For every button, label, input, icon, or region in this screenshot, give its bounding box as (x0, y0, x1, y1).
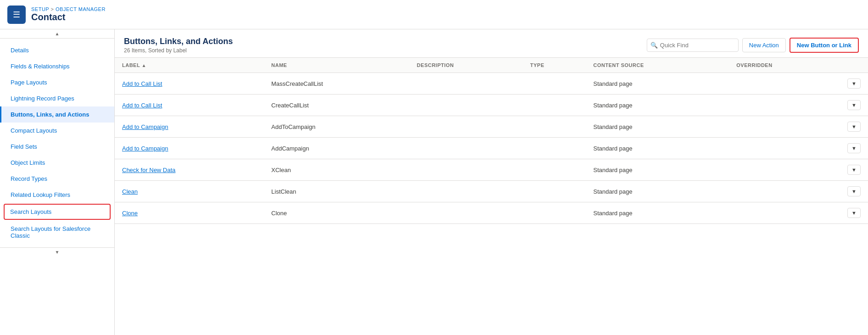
row-type (523, 95, 586, 116)
sidebar-scroll-up-button[interactable]: ▲ (0, 29, 114, 39)
sidebar-item-details[interactable]: Details (0, 42, 114, 58)
label-link[interactable]: Clean (122, 188, 138, 195)
row-content-source: Standard page (586, 181, 729, 202)
row-label: Add to Call List (115, 95, 264, 116)
new-action-button[interactable]: New Action (742, 38, 786, 52)
sidebar-item-page-layouts[interactable]: Page Layouts (0, 74, 114, 90)
row-content-source: Standard page (586, 138, 729, 159)
label-link[interactable]: Clone (122, 210, 138, 217)
sidebar-item-field-sets[interactable]: Field Sets (0, 139, 114, 155)
col-header-type: TYPE (523, 58, 586, 73)
page-title: Contact (31, 12, 106, 22)
row-label: Clone (115, 202, 264, 224)
table-row: Clean ListClean Standard page ▼ (115, 181, 868, 202)
sidebar-item-object-limits[interactable]: Object Limits (0, 155, 114, 171)
row-name: AddCampaign (264, 138, 409, 159)
col-header-label: LABEL ▲ (115, 58, 264, 73)
row-actions-cell: ▼ (840, 138, 868, 159)
sidebar-item-compact-layouts[interactable]: Compact Layouts (0, 123, 114, 139)
sidebar-item-details-label: Details (11, 47, 29, 54)
row-overridden (729, 159, 840, 181)
sidebar-item-record-types-label: Record Types (11, 175, 47, 182)
sidebar-item-record-types[interactable]: Record Types (0, 171, 114, 187)
content-page-subtitle: 26 Items, Sorted by Label (124, 47, 233, 54)
row-type (523, 202, 586, 224)
row-overridden (729, 138, 840, 159)
sidebar-nav: Details Fields & Relationships Page Layo… (0, 39, 114, 247)
main-layout: ▲ Details Fields & Relationships Page La… (0, 29, 868, 335)
col-description-text: DESCRIPTION (417, 62, 454, 68)
col-label-sort-icon[interactable]: ▲ (142, 63, 146, 68)
row-description (409, 95, 523, 116)
sidebar-scroll-down-button[interactable]: ▼ (0, 247, 114, 257)
row-dropdown-button[interactable]: ▼ (847, 186, 861, 196)
sidebar-item-object-limits-label: Object Limits (11, 159, 45, 166)
row-type (523, 181, 586, 202)
app-header: ☰ SETUP > OBJECT MANAGER Contact (0, 0, 868, 29)
sidebar: ▲ Details Fields & Relationships Page La… (0, 29, 115, 335)
row-overridden (729, 95, 840, 116)
quick-find-container: 🔍 (647, 39, 739, 52)
col-header-name: NAME (264, 58, 409, 73)
row-dropdown-button[interactable]: ▼ (847, 78, 861, 89)
sidebar-item-fields-relationships[interactable]: Fields & Relationships (0, 58, 114, 74)
table-row: Add to Call List MassCreateCallList Stan… (115, 73, 868, 95)
row-dropdown-button[interactable]: ▼ (847, 165, 861, 175)
quick-find-input[interactable] (647, 39, 739, 52)
row-content-source: Standard page (586, 202, 729, 224)
stack-icon: ☰ (13, 10, 20, 20)
row-type (523, 138, 586, 159)
sidebar-item-page-layouts-label: Page Layouts (11, 79, 47, 86)
sidebar-item-buttons-links-actions[interactable]: Buttons, Links, and Actions (0, 106, 114, 123)
row-type (523, 159, 586, 181)
label-link[interactable]: Check for New Data (122, 167, 175, 173)
content-actions: 🔍 New Action New Button or Link (647, 38, 859, 53)
sidebar-item-lightning-record-pages[interactable]: Lightning Record Pages (0, 90, 114, 106)
row-description (409, 181, 523, 202)
sidebar-item-search-layouts[interactable]: Search Layouts (4, 204, 111, 220)
sidebar-item-related-lookup-filters[interactable]: Related Lookup Filters (0, 187, 114, 203)
row-label: Check for New Data (115, 159, 264, 181)
label-link[interactable]: Add to Campaign (122, 145, 168, 152)
row-description (409, 159, 523, 181)
data-table: LABEL ▲ NAME DESCRIPTION TYPE (115, 58, 868, 224)
row-actions-cell: ▼ (840, 116, 868, 138)
col-type-text: TYPE (530, 62, 544, 68)
row-label: Clean (115, 181, 264, 202)
sidebar-item-search-layouts-classic[interactable]: Search Layouts for Salesforce Classic (0, 221, 114, 244)
col-header-content-source: CONTENT SOURCE (586, 58, 729, 73)
sidebar-item-lightning-record-pages-label: Lightning Record Pages (11, 95, 74, 102)
setup-link[interactable]: SETUP (31, 6, 49, 12)
label-link[interactable]: Add to Call List (122, 102, 162, 109)
row-dropdown-button[interactable]: ▼ (847, 143, 861, 153)
table-container: LABEL ▲ NAME DESCRIPTION TYPE (115, 58, 868, 335)
content-page-title: Buttons, Links, and Actions (124, 37, 233, 46)
row-label: Add to Campaign (115, 116, 264, 138)
row-description (409, 202, 523, 224)
new-button-or-link-button[interactable]: New Button or Link (790, 38, 859, 53)
row-actions-cell: ▼ (840, 95, 868, 116)
row-overridden (729, 202, 840, 224)
row-overridden (729, 73, 840, 95)
row-dropdown-button[interactable]: ▼ (847, 100, 861, 110)
col-header-description: DESCRIPTION (409, 58, 523, 73)
row-dropdown-button[interactable]: ▼ (847, 122, 861, 132)
app-icon: ☰ (7, 6, 26, 24)
row-description (409, 73, 523, 95)
row-content-source: Standard page (586, 95, 729, 116)
row-type (523, 73, 586, 95)
row-actions-cell: ▼ (840, 73, 868, 95)
row-content-source: Standard page (586, 159, 729, 181)
col-overridden-text: OVERRIDDEN (736, 62, 772, 68)
row-content-source: Standard page (586, 116, 729, 138)
content-title-area: Buttons, Links, and Actions 26 Items, So… (124, 37, 233, 54)
row-type (523, 116, 586, 138)
sidebar-item-buttons-links-actions-label: Buttons, Links, and Actions (11, 111, 89, 118)
object-manager-link[interactable]: OBJECT MANAGER (56, 6, 106, 12)
label-link[interactable]: Add to Call List (122, 80, 162, 87)
sidebar-item-fields-relationships-label: Fields & Relationships (11, 63, 70, 70)
content-header: Buttons, Links, and Actions 26 Items, So… (115, 29, 868, 58)
row-overridden (729, 116, 840, 138)
row-dropdown-button[interactable]: ▼ (847, 208, 861, 218)
label-link[interactable]: Add to Campaign (122, 123, 168, 130)
